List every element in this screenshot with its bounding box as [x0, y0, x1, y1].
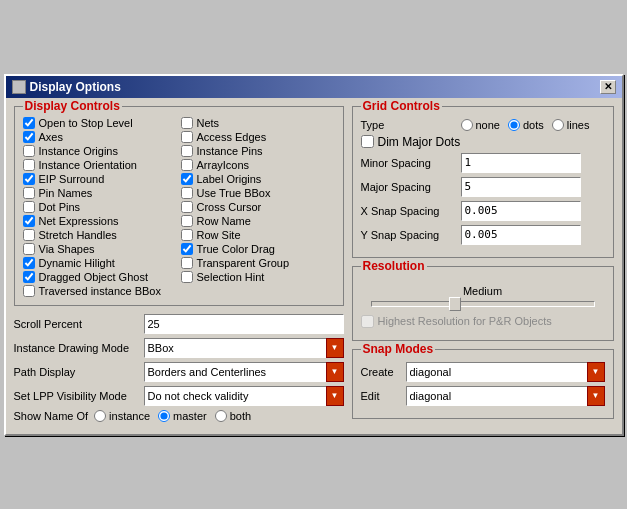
checkbox-instance-pins[interactable]: Instance Pins [181, 145, 335, 157]
checkbox-label: Dynamic Hilight [39, 257, 115, 269]
show-name-of-label: Show Name Of [14, 410, 89, 422]
show-name-master-label: master [173, 410, 207, 422]
display-controls-title: Display Controls [23, 99, 122, 113]
checkbox-label: Dot Pins [39, 201, 81, 213]
grid-controls-group: Grid Controls Type none [352, 106, 614, 258]
checkbox-instance-origins[interactable]: Instance Origins [23, 145, 177, 157]
checkbox-nets[interactable]: Nets [181, 117, 335, 129]
show-name-master-option[interactable]: master [158, 410, 207, 422]
resolution-slider-label: Medium [371, 285, 595, 297]
checkbox-dragged-object-ghost[interactable]: Dragged Object Ghost [23, 271, 177, 283]
instance-drawing-mode-select[interactable]: BBox Full Label Only [144, 338, 344, 358]
checkbox-label: Traversed instance BBox [39, 285, 161, 297]
scroll-percent-label: Scroll Percent [14, 318, 144, 330]
snap-edit-label: Edit [361, 390, 406, 402]
x-snap-spacing-label: X Snap Spacing [361, 205, 461, 217]
show-name-both-option[interactable]: both [215, 410, 251, 422]
checkbox-label: Nets [197, 117, 220, 129]
minor-spacing-input[interactable] [461, 153, 581, 173]
checkbox-array-icons[interactable]: ArrayIcons [181, 159, 335, 171]
checkbox-row-site[interactable]: Row Site [181, 229, 335, 241]
instance-drawing-mode-label: Instance Drawing Mode [14, 342, 144, 354]
checkbox-label: Open to Stop Level [39, 117, 133, 129]
snap-edit-wrapper: diagonal orthogonal anyAngle ▼ [406, 386, 605, 406]
grid-type-label: Type [361, 119, 461, 131]
scroll-percent-input[interactable] [144, 314, 344, 334]
checkbox-net-expressions[interactable]: Net Expressions [23, 215, 177, 227]
checkbox-label: Net Expressions [39, 215, 119, 227]
checkbox-label: Via Shapes [39, 243, 95, 255]
checkbox-label: ArrayIcons [197, 159, 250, 171]
scroll-percent-row: Scroll Percent [14, 314, 344, 334]
checkbox-label: Instance Orientation [39, 159, 137, 171]
y-snap-spacing-input[interactable] [461, 225, 581, 245]
path-display-label: Path Display [14, 366, 144, 378]
checkbox-stretch-handles[interactable]: Stretch Handles [23, 229, 177, 241]
grid-type-radio-group: none dots lines [461, 119, 590, 131]
checkbox-instance-orientation[interactable]: Instance Orientation [23, 159, 177, 171]
grid-type-none[interactable]: none [461, 119, 500, 131]
snap-create-select[interactable]: diagonal orthogonal anyAngle [406, 362, 605, 382]
checkbox-label: Instance Pins [197, 145, 263, 157]
checkbox-axes[interactable]: Axes [23, 131, 177, 143]
checkbox-open-to-stop[interactable]: Open to Stop Level [23, 117, 177, 129]
checkbox-true-color-drag[interactable]: True Color Drag [181, 243, 335, 255]
checkbox-label: Stretch Handles [39, 229, 117, 241]
checkbox-row-name[interactable]: Row Name [181, 215, 335, 227]
resolution-thumb[interactable] [449, 297, 461, 311]
highest-res-checkbox[interactable] [361, 315, 374, 328]
checkbox-label: Dragged Object Ghost [39, 271, 148, 283]
window-title: Display Options [30, 80, 121, 94]
checkbox-via-shapes[interactable]: Via Shapes [23, 243, 177, 255]
major-spacing-label: Major Spacing [361, 181, 461, 193]
set-lpp-visibility-select[interactable]: Do not check validity Check validity [144, 386, 344, 406]
checkbox-label: Pin Names [39, 187, 93, 199]
show-name-instance-label: instance [109, 410, 150, 422]
dim-major-dots-row: Dim Major Dots [361, 135, 605, 149]
checkbox-label: Row Site [197, 229, 241, 241]
grid-type-dots[interactable]: dots [508, 119, 544, 131]
snap-modes-group: Snap Modes Create diagonal orthogonal an… [352, 349, 614, 419]
checkbox-dot-pins[interactable]: Dot Pins [23, 201, 177, 213]
checkbox-label: Transparent Group [197, 257, 290, 269]
path-display-select[interactable]: Borders and Centerlines Borders Only Cen… [144, 362, 344, 382]
checkbox-traversed-instance-bbox[interactable]: Traversed instance BBox [23, 285, 335, 297]
show-name-of-row: Show Name Of instance master both [14, 410, 344, 422]
x-snap-spacing-input[interactable] [461, 201, 581, 221]
grid-type-row: Type none dots [361, 119, 605, 131]
snap-edit-select[interactable]: diagonal orthogonal anyAngle [406, 386, 605, 406]
checkbox-cross-cursor[interactable]: Cross Cursor [181, 201, 335, 213]
checkbox-transparent-group[interactable]: Transparent Group [181, 257, 335, 269]
snap-edit-row: Edit diagonal orthogonal anyAngle ▼ [361, 386, 605, 406]
major-spacing-input[interactable] [461, 177, 581, 197]
checkbox-dynamic-hilight[interactable]: Dynamic Hilight [23, 257, 177, 269]
show-name-both-label: both [230, 410, 251, 422]
minor-spacing-label: Minor Spacing [361, 157, 461, 169]
checkbox-label: Cross Cursor [197, 201, 262, 213]
checkbox-access-edges[interactable]: Access Edges [181, 131, 335, 143]
checkbox-label: Axes [39, 131, 63, 143]
checkbox-grid: Open to Stop Level Nets Axes [23, 117, 335, 297]
checkbox-pin-names[interactable]: Pin Names [23, 187, 177, 199]
window-icon [12, 80, 26, 94]
checkbox-label: Selection Hint [197, 271, 265, 283]
grid-type-lines[interactable]: lines [552, 119, 590, 131]
checkbox-eip-surround[interactable]: EIP Surround [23, 173, 177, 185]
minor-spacing-row: Minor Spacing [361, 153, 605, 173]
checkbox-use-true-bbox[interactable]: Use True BBox [181, 187, 335, 199]
title-bar: Display Options ✕ [6, 76, 622, 98]
display-controls-group: Display Controls Open to Stop Level Nets [14, 106, 344, 306]
checkbox-label-origins[interactable]: Label Origins [181, 173, 335, 185]
show-name-instance-option[interactable]: instance [94, 410, 150, 422]
dim-major-dots-checkbox[interactable] [361, 135, 374, 148]
snap-create-row: Create diagonal orthogonal anyAngle ▼ [361, 362, 605, 382]
checkbox-label: Instance Origins [39, 145, 118, 157]
path-display-row: Path Display Borders and Centerlines Bor… [14, 362, 344, 382]
checkbox-selection-hint[interactable]: Selection Hint [181, 271, 335, 283]
resolution-group: Resolution Medium Highest Resolution for… [352, 266, 614, 341]
instance-drawing-mode-row: Instance Drawing Mode BBox Full Label On… [14, 338, 344, 358]
y-snap-spacing-label: Y Snap Spacing [361, 229, 461, 241]
y-snap-spacing-row: Y Snap Spacing [361, 225, 605, 245]
close-button[interactable]: ✕ [600, 80, 616, 94]
snap-create-wrapper: diagonal orthogonal anyAngle ▼ [406, 362, 605, 382]
